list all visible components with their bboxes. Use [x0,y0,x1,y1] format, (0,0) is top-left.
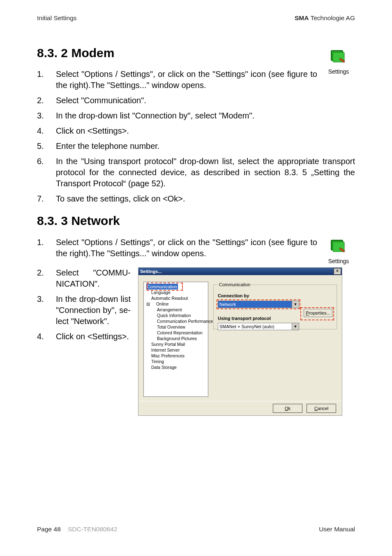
section-modem: Settings 8.3. 2 Modem 1.Select "Options … [37,45,355,205]
list-item: 4.Click on <Settings>. [37,125,355,137]
tree-item[interactable]: Timing [146,359,205,364]
list-item: 4.Click on <Settings>. [37,331,131,342]
page: Initial Settings SMA Technologie AG Sett… [0,0,392,556]
connection-by-dropdown[interactable]: Network ▼ [218,301,299,308]
list-item: 2.Select "COMMU-NICATION". [37,267,131,290]
settings-icon-figure: Settings [322,46,355,76]
heading-modem: 8.3. 2 Modem [37,45,355,62]
list-item: 1.Select "Options / Settings", or click … [37,237,317,259]
tree-item[interactable]: Internet Server [146,347,205,353]
transport-value: SMANet + SunnyNet (auto) [218,323,292,330]
chevron-down-icon[interactable]: ▼ [292,323,299,330]
dialog-right-pane: Communication Connection by Network ▼ Pr… [213,282,337,401]
list-item: 6.In the "Using transport protocol" drop… [37,156,355,189]
header-right: SMA Technologie AG [295,14,355,23]
tree-item[interactable]: Data Storage [146,364,205,370]
tree-item[interactable]: Language [146,290,205,295]
footer-left: Page 48 SDC-TEN080642 [37,525,118,534]
network-steps-left: 2.Select "COMMU-NICATION". 3.In the drop… [37,267,131,350]
tree-item[interactable]: Total Overview [146,324,205,330]
properties-button[interactable]: Properties... [304,309,332,317]
header-brand: SMA [295,14,309,21]
connection-by-value: Network [218,301,292,308]
ok-button[interactable]: Ok [273,404,302,413]
tree-item[interactable]: Communication Performance [146,318,205,324]
page-footer: Page 48 SDC-TEN080642 User Manual [37,525,355,534]
list-item: 2.Select "Communication". [37,95,355,106]
footer-right: User Manual [319,525,355,534]
list-item: 7.To save the settings, click on <Ok>. [37,193,355,204]
list-item: 3.In the drop-down list "Connection by",… [37,294,131,327]
list-item: 3.In the drop-down list "Connection by",… [37,110,355,121]
header-left: Initial Settings [37,14,77,23]
settings-icon-caption: Settings [322,257,355,265]
chevron-down-icon[interactable]: ▼ [292,301,299,308]
dialog-titlebar: Settings... × [138,268,342,275]
tree-item[interactable]: Sunny Portal Mail [146,341,205,347]
dialog-footer: Ok Cancel [138,401,342,415]
section-network: 8.3. 3 Network Settings 1.Select "Option… [37,213,355,416]
list-item: 1.Select "Options / Settings", or click … [37,69,317,91]
settings-icon-caption: Settings [322,68,355,76]
tree-item[interactable]: Automatic Readout [146,295,205,301]
tree-item[interactable]: Arrangement [146,307,205,313]
settings-tree[interactable]: Communication Language Automatic Readout… [143,282,208,397]
list-item: 5.Enter the telephone number. [37,141,355,152]
tree-item[interactable]: Communication [146,284,205,290]
network-split: 2.Select "COMMU-NICATION". 3.In the drop… [37,267,355,416]
settings-icon [329,236,348,256]
cancel-button[interactable]: Cancel [307,404,336,413]
settings-icon [329,46,348,66]
transport-dropdown[interactable]: SMANet + SunnyNet (auto) ▼ [218,323,299,330]
header-brand-rest: Technologie AG [309,14,355,21]
group-title: Communication [218,282,251,288]
tree-item[interactable]: Background Pictures [146,336,205,341]
tree-item[interactable]: ⊟ Online [146,301,205,307]
settings-icon-figure: Settings [322,236,355,265]
page-header: Initial Settings SMA Technologie AG [37,14,355,23]
dialog-body: Communication Language Automatic Readout… [138,275,342,401]
close-button[interactable]: × [334,268,341,275]
dialog-title: Settings... [140,269,162,275]
tree-item[interactable]: Misc Preferences [146,353,205,359]
communication-group: Communication Connection by Network ▼ Pr… [213,282,337,329]
tree-item[interactable]: Quick Information [146,313,205,318]
tree-item[interactable]: Colored Representation [146,330,205,336]
settings-dialog: Settings... × Communication Language Aut… [138,267,342,416]
modem-steps: 1.Select "Options / Settings", or click … [37,69,355,204]
network-steps-top: 1.Select "Options / Settings", or click … [37,237,355,259]
connection-by-label: Connection by [218,293,332,299]
heading-network: 8.3. 3 Network [37,213,355,229]
